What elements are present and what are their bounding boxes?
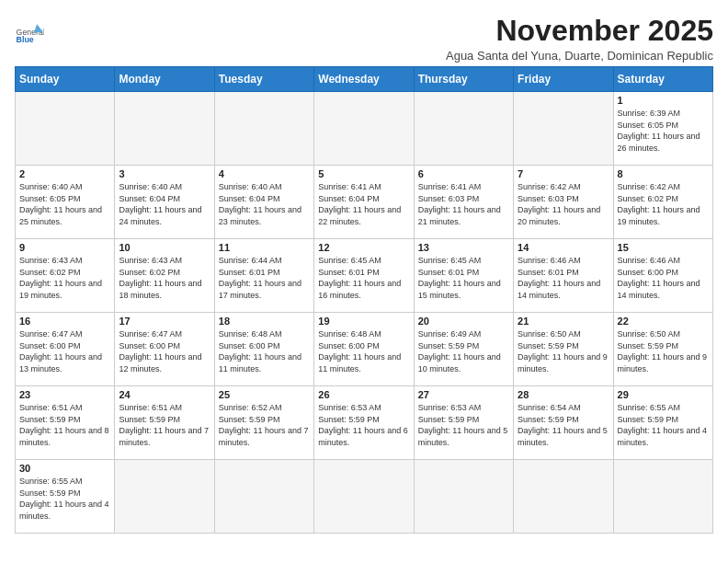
day-10: 10 Sunrise: 6:43 AMSunset: 6:02 PMDaylig… [115, 239, 214, 313]
month-title: November 2025 [446, 15, 713, 47]
empty-cell [214, 92, 313, 166]
day-16: 16 Sunrise: 6:47 AMSunset: 6:00 PMDaylig… [16, 313, 115, 386]
logo-icon: General Blue [15, 18, 44, 48]
day-12: 12 Sunrise: 6:45 AMSunset: 6:01 PMDaylig… [314, 239, 414, 313]
empty-cell [314, 460, 414, 534]
week-row-1: 1 Sunrise: 6:39 AM Sunset: 6:05 PM Dayli… [16, 92, 713, 166]
empty-cell [115, 460, 214, 534]
header-friday: Friday [514, 67, 613, 92]
week-row-5: 23 Sunrise: 6:51 AMSunset: 5:59 PMDaylig… [16, 386, 713, 460]
empty-cell [414, 92, 513, 166]
svg-text:Blue: Blue [17, 35, 34, 44]
day-9: 9 Sunrise: 6:43 AMSunset: 6:02 PMDayligh… [16, 239, 115, 313]
day-18: 18 Sunrise: 6:48 AMSunset: 6:00 PMDaylig… [214, 313, 313, 386]
week-row-2: 2 Sunrise: 6:40 AMSunset: 6:05 PMDayligh… [16, 166, 713, 239]
empty-cell [414, 460, 513, 534]
day-21: 21 Sunrise: 6:50 AMSunset: 5:59 PMDaylig… [514, 313, 613, 386]
week-row-4: 16 Sunrise: 6:47 AMSunset: 6:00 PMDaylig… [16, 313, 713, 386]
day-23: 23 Sunrise: 6:51 AMSunset: 5:59 PMDaylig… [16, 386, 115, 460]
logo: General Blue [15, 18, 44, 48]
day-11: 11 Sunrise: 6:44 AMSunset: 6:01 PMDaylig… [214, 239, 313, 313]
day-4: 4 Sunrise: 6:40 AMSunset: 6:04 PMDayligh… [214, 166, 313, 239]
day-25: 25 Sunrise: 6:52 AMSunset: 5:59 PMDaylig… [214, 386, 313, 460]
location-subtitle: Agua Santa del Yuna, Duarte, Dominican R… [446, 49, 713, 63]
day-19: 19 Sunrise: 6:48 AMSunset: 6:00 PMDaylig… [314, 313, 414, 386]
weekday-header-row: Sunday Monday Tuesday Wednesday Thursday… [16, 67, 713, 92]
day-7: 7 Sunrise: 6:42 AMSunset: 6:03 PMDayligh… [514, 166, 613, 239]
empty-cell [214, 460, 313, 534]
empty-cell [613, 460, 712, 534]
day-1: 1 Sunrise: 6:39 AM Sunset: 6:05 PM Dayli… [613, 92, 712, 166]
header-monday: Monday [115, 67, 214, 92]
day-15: 15 Sunrise: 6:46 AMSunset: 6:00 PMDaylig… [613, 239, 712, 313]
empty-cell [314, 92, 414, 166]
day-26: 26 Sunrise: 6:53 AMSunset: 5:59 PMDaylig… [314, 386, 414, 460]
day-29: 29 Sunrise: 6:55 AMSunset: 5:59 PMDaylig… [613, 386, 712, 460]
day-20: 20 Sunrise: 6:49 AMSunset: 5:59 PMDaylig… [414, 313, 513, 386]
day-6: 6 Sunrise: 6:41 AMSunset: 6:03 PMDayligh… [414, 166, 513, 239]
day-14: 14 Sunrise: 6:46 AMSunset: 6:01 PMDaylig… [514, 239, 613, 313]
calendar-table: Sunday Monday Tuesday Wednesday Thursday… [15, 66, 713, 534]
week-row-3: 9 Sunrise: 6:43 AMSunset: 6:02 PMDayligh… [16, 239, 713, 313]
empty-cell [16, 92, 115, 166]
day-22: 22 Sunrise: 6:50 AMSunset: 5:59 PMDaylig… [613, 313, 712, 386]
empty-cell [514, 460, 613, 534]
day-2: 2 Sunrise: 6:40 AMSunset: 6:05 PMDayligh… [16, 166, 115, 239]
day-30: 30 Sunrise: 6:55 AMSunset: 5:59 PMDaylig… [16, 460, 115, 534]
header-thursday: Thursday [414, 67, 513, 92]
empty-cell [514, 92, 613, 166]
day-8: 8 Sunrise: 6:42 AMSunset: 6:02 PMDayligh… [613, 166, 712, 239]
header-saturday: Saturday [613, 67, 712, 92]
day-3: 3 Sunrise: 6:40 AMSunset: 6:04 PMDayligh… [115, 166, 214, 239]
day-17: 17 Sunrise: 6:47 AMSunset: 6:00 PMDaylig… [115, 313, 214, 386]
day-27: 27 Sunrise: 6:53 AMSunset: 5:59 PMDaylig… [414, 386, 513, 460]
page-header: General Blue November 2025 Agua Santa de… [15, 15, 713, 63]
empty-cell [115, 92, 214, 166]
header-wednesday: Wednesday [314, 67, 414, 92]
title-area: November 2025 Agua Santa del Yuna, Duart… [446, 15, 713, 63]
day-5: 5 Sunrise: 6:41 AMSunset: 6:04 PMDayligh… [314, 166, 414, 239]
day-28: 28 Sunrise: 6:54 AMSunset: 5:59 PMDaylig… [514, 386, 613, 460]
day-24: 24 Sunrise: 6:51 AMSunset: 5:59 PMDaylig… [115, 386, 214, 460]
day-13: 13 Sunrise: 6:45 AMSunset: 6:01 PMDaylig… [414, 239, 513, 313]
header-tuesday: Tuesday [214, 67, 313, 92]
week-row-6: 30 Sunrise: 6:55 AMSunset: 5:59 PMDaylig… [16, 460, 713, 534]
header-sunday: Sunday [16, 67, 115, 92]
